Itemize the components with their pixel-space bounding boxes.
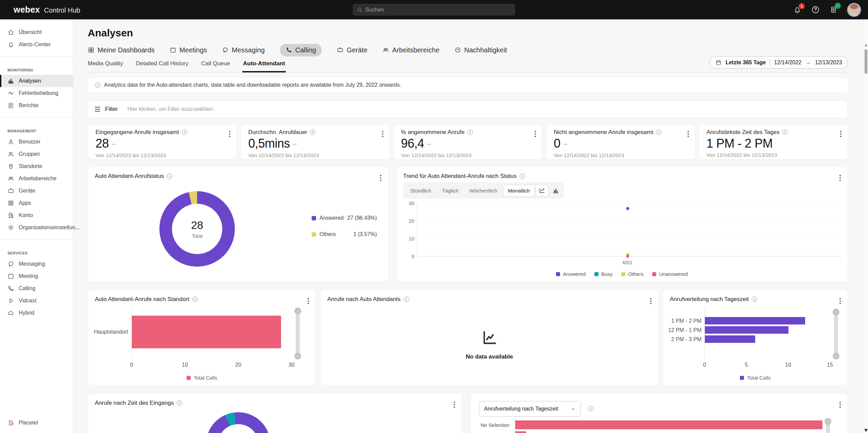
tab-calling[interactable]: Calling: [280, 44, 322, 56]
sidebar-item-gruppen[interactable]: Gruppen: [0, 148, 73, 160]
sidebar-item-vidcast[interactable]: Vidcast: [0, 295, 73, 307]
kebab-menu[interactable]: [838, 400, 842, 409]
kebab-menu[interactable]: [379, 173, 383, 182]
tab-meetings[interactable]: Meetings: [170, 46, 207, 54]
sidebar-item-standorte[interactable]: Standorte: [0, 160, 73, 172]
scroll-down-button[interactable]: [294, 353, 301, 360]
tab-messaging[interactable]: Messaging: [222, 46, 265, 54]
kebab-menu[interactable]: [452, 400, 456, 409]
kebab-menu[interactable]: [839, 130, 843, 138]
subtab-auto-attendant[interactable]: Auto-Attendant: [243, 60, 285, 67]
filter-bar[interactable]: Filter Hier klicken, um Filter auszuwähl…: [88, 100, 848, 118]
info-icon[interactable]: [752, 297, 757, 302]
y-axis-tick: 0: [403, 253, 414, 259]
banner-text: Analytics data for the Auto-attendant ch…: [104, 82, 401, 88]
chart-scrollbar[interactable]: [832, 309, 840, 360]
scroll-down-button[interactable]: [833, 353, 839, 360]
toggle-monatlich[interactable]: Monatlich: [503, 185, 535, 197]
info-icon[interactable]: [467, 130, 473, 135]
tab-label: Arbeitsbereiche: [392, 46, 439, 54]
sidebar-item-hybrid[interactable]: Hybrid: [0, 307, 73, 319]
info-icon[interactable]: [177, 400, 182, 406]
kebab-menu[interactable]: [838, 297, 842, 305]
notifications-button[interactable]: 1: [793, 5, 802, 14]
user-avatar[interactable]: [847, 3, 861, 17]
page-scrollbar[interactable]: [864, 19, 868, 433]
trend-legend: Answered Busy Others Unanswered: [396, 271, 848, 277]
sidebar-item-analysen[interactable]: Analysen: [0, 75, 73, 87]
analytics-tabs: Meine Dashboards Meetings Messaging Call…: [88, 43, 848, 57]
line-chart-toggle-button[interactable]: [536, 184, 549, 197]
info-icon[interactable]: [656, 130, 661, 135]
sidebar-item-apps[interactable]: Apps: [0, 197, 73, 209]
user-icon: [7, 138, 14, 145]
scroll-up-button[interactable]: [833, 309, 839, 315]
sidebar-item-placetel[interactable]: Placetel: [0, 417, 73, 429]
sidebar-item-konto[interactable]: Konto: [0, 209, 73, 221]
scroll-up-button[interactable]: [294, 307, 301, 314]
kebab-menu[interactable]: [533, 130, 537, 138]
sidebar-item-calling[interactable]: Calling: [0, 282, 73, 295]
sidebar-item-alerts-center[interactable]: Alerts-Center: [0, 38, 73, 51]
toggle-woechentlich[interactable]: Wöchentlich: [464, 185, 502, 197]
info-icon[interactable]: [404, 297, 409, 302]
tab-arbeitsbereiche[interactable]: Arbeitsbereiche: [382, 46, 439, 54]
sidebar-item-label: Übersicht: [19, 29, 42, 35]
sidebar-item-geraete[interactable]: Geräte: [0, 185, 73, 197]
toggle-taeglich[interactable]: Täglich: [437, 185, 464, 197]
calendar-icon: [7, 273, 14, 280]
bar-chart-toggle-button[interactable]: [549, 184, 562, 197]
legend-value: 27 (96.43%): [347, 215, 377, 221]
info-icon[interactable]: [182, 130, 187, 135]
tab-geraete[interactable]: Geräte: [337, 46, 367, 54]
scrollbar-up-arrow[interactable]: [865, 44, 867, 46]
x-axis-tick: 6/01: [623, 260, 632, 265]
sidebar-item-berichte[interactable]: Berichte: [0, 99, 73, 112]
sidebar-item-benutzer[interactable]: Benutzer: [0, 136, 73, 148]
card-distribution-selector: Anrufverteilung nach Tageszeit No Select…: [470, 393, 848, 433]
building-icon: [7, 212, 14, 219]
tab-meine-dashboards[interactable]: Meine Dashboards: [88, 46, 155, 54]
chart-scrollbar[interactable]: [294, 307, 301, 360]
whats-new-button[interactable]: [829, 5, 838, 14]
info-icon[interactable]: [588, 406, 593, 411]
kebab-menu[interactable]: [228, 130, 232, 138]
sidebar-item-label: Benutzer: [19, 139, 40, 145]
scrollbar-thumb[interactable]: [865, 49, 867, 74]
info-icon[interactable]: [782, 130, 788, 135]
date-range-picker[interactable]: Letzte 365 Tage 12/14/2022 → 12/13/2023: [710, 56, 848, 69]
global-search[interactable]: [353, 4, 515, 16]
sidebar-item-fehlerbehebung[interactable]: Fehlerbehebung: [0, 87, 73, 99]
topbar-actions: 1: [793, 3, 861, 17]
workspaces-icon: [382, 47, 389, 53]
sidebar-item-messaging[interactable]: Messaging: [0, 258, 73, 270]
trend-plot-area: 30 20 10 0 6/01: [417, 203, 841, 256]
chart-select-dropdown[interactable]: Anrufverteilung nach Tageszeit: [479, 401, 581, 417]
kebab-menu[interactable]: [838, 173, 842, 182]
help-button[interactable]: [811, 5, 820, 14]
sidebar-item-arbeitsbereiche[interactable]: Arbeitsbereiche: [0, 172, 73, 185]
subtab-media-quality[interactable]: Media Quality: [88, 60, 123, 67]
subtab-call-queue[interactable]: Call Queue: [201, 60, 230, 67]
sidebar-item-meeting[interactable]: Meeting: [0, 270, 73, 282]
kebab-menu[interactable]: [381, 130, 385, 138]
chart-scrollbar[interactable]: [824, 418, 832, 433]
kebab-menu[interactable]: [306, 297, 310, 305]
toggle-stuendlich[interactable]: Stündlich: [405, 185, 436, 197]
card-title: Anrufe nach Auto Attendants: [327, 296, 401, 303]
webex-logo[interactable]: webex Control Hub: [14, 5, 80, 15]
legend-item-answered: Answered 27 (96.43%): [312, 215, 377, 221]
scrollbar-down-arrow[interactable]: [864, 429, 868, 432]
subtab-detailed-call-history[interactable]: Detailed Call History: [136, 60, 188, 67]
sidebar-item-uebersicht[interactable]: Übersicht: [0, 26, 73, 38]
info-icon[interactable]: [167, 173, 172, 179]
info-icon[interactable]: [310, 130, 315, 135]
kebab-menu[interactable]: [686, 130, 690, 138]
bar-12pm-1pm: [705, 326, 788, 334]
info-icon[interactable]: [192, 297, 198, 302]
tab-nachhaltigkeit[interactable]: Nachhaltigkeit: [454, 46, 507, 54]
info-icon[interactable]: [520, 173, 525, 179]
search-input[interactable]: [365, 7, 511, 13]
scroll-up-button[interactable]: [824, 418, 831, 425]
sidebar-item-organisationseinstellungen[interactable]: Organisationseinstellun...: [0, 221, 73, 234]
